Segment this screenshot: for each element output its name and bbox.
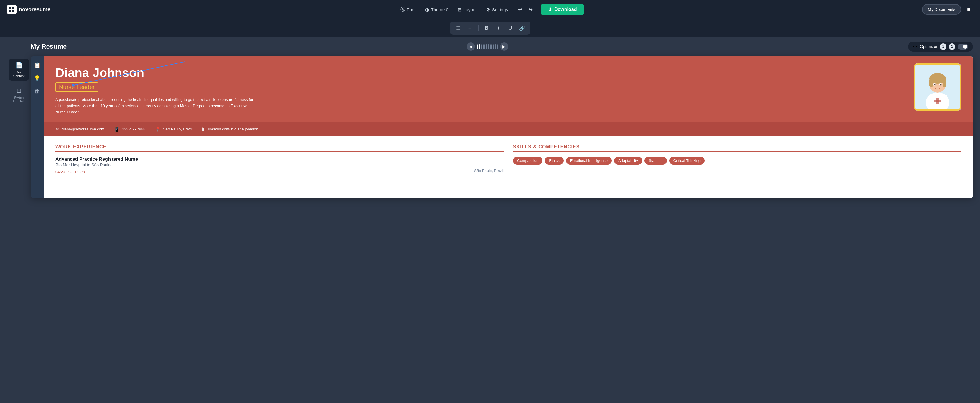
menu-button[interactable]: ≡ [965,5,973,14]
resume-name[interactable]: Diana Johnson [56,66,914,80]
format-bar: ☰ ≡ B I U 🔗 [0,19,980,37]
zoom-tick [493,44,494,49]
zoom-out-button[interactable]: ◀ [467,43,475,51]
lightbulb-button[interactable]: 💡 [32,73,43,83]
bold-button[interactable]: B [482,23,492,33]
contact-email: ✉ diana@novoresume.com [56,126,104,132]
nav-right: My Documents ≡ [922,4,973,15]
toggle-knob [963,45,967,49]
left-sidebar: 📄 My Content ⊞ Switch Template [7,56,31,198]
contact-email-text: diana@novoresume.com [62,127,104,131]
skill-critical-thinking: Critical Thinking [669,157,705,165]
svg-rect-0 [9,7,11,9]
sidebar-item-switch-template[interactable]: ⊞ Switch Template [8,84,29,106]
undo-redo-group: ↩ ↪ [515,4,535,15]
align-center-icon: ≡ [468,25,471,31]
svg-rect-2 [9,10,11,12]
resume-summary[interactable]: A passionate professional about reducing… [56,97,256,122]
contact-phone: 📱 123 456 7888 [114,126,146,132]
zoom-tick [497,44,498,49]
trash-icon: 🗑 [35,88,40,94]
layout-label: Layout [463,7,477,12]
zoom-tick [481,44,482,49]
main-layout: 📄 My Content ⊞ Switch Template 📋 💡 🗑 [7,56,973,198]
font-label: Font [407,7,416,12]
zoom-tick [479,44,480,49]
work-experience-section: WORK EXPERIENCE Advanced Practice Regist… [56,144,504,174]
redo-button[interactable]: ↪ [526,4,535,15]
underline-button[interactable]: U [506,23,515,33]
resume-title-wrapper: Nurse Leader [56,82,98,92]
optimizer-badge-1: 1 [940,43,947,50]
logo-area: novoresume [7,5,51,14]
page-title: My Resume [31,43,67,51]
download-icon: ⬇ [548,7,552,13]
layout-icon: ⊟ [458,7,462,13]
font-button[interactable]: Ⓐ Font [396,4,420,15]
italic-icon: I [498,25,499,31]
zoom-tick [477,44,478,49]
format-bar-inner: ☰ ≡ B I U 🔗 [450,22,530,35]
contact-phone-text: 123 456 7888 [122,127,146,131]
resume-contact-bar: ✉ diana@novoresume.com 📱 123 456 7888 📍 … [44,122,973,136]
contact-location-text: São Paulo, Brazil [163,127,192,131]
optimizer-toggle[interactable] [958,44,968,49]
resume-header-left: Diana Johnson Nurse Leader A passionate … [56,66,914,122]
resume-photo-wrapper [914,64,961,111]
link-icon: 🔗 [519,25,525,31]
my-documents-button[interactable]: My Documents [922,4,961,15]
skill-ethics: Ethics [545,157,563,165]
theme-label: Theme 0 [431,7,449,12]
skills-title: SKILLS & COMPETENCIES [513,144,961,152]
optimizer-area: ⏱ Optimizer 1 1 [908,41,973,52]
contact-linkedin: in linkedin.com/in/diana.johnson [202,127,258,132]
settings-icon: ⚙ [486,7,490,13]
job-date: 04/2012 - Present [56,170,86,174]
nav-center-tools: Ⓐ Font ◑ Theme 0 ⊟ Layout ⚙ Settings ↩ ↪… [396,4,584,15]
resume-title[interactable]: Nurse Leader [56,82,98,92]
optimizer-label: Optimizer [920,44,937,49]
underline-icon: U [509,25,512,31]
zoom-in-button[interactable]: ▶ [500,43,508,51]
zoom-tick [484,44,485,49]
hamburger-icon: ≡ [967,6,970,13]
phone-icon: 📱 [114,126,120,132]
zoom-slider[interactable] [477,44,498,49]
format-divider-1 [478,25,479,31]
align-left-icon: ☰ [456,25,460,31]
settings-label: Settings [492,7,508,12]
italic-button[interactable]: I [494,23,503,33]
zoom-tick [492,44,492,49]
template-tool-icon: 📋 [34,62,40,68]
skill-stamina: Stamina [644,157,667,165]
layout-button[interactable]: ⊟ Layout [454,5,481,15]
document-area: My Resume ◀ ▶ ⏱ Optimizer 1 [0,37,980,203]
delete-button[interactable]: 🗑 [32,86,43,97]
zoom-tick [486,44,487,49]
download-button[interactable]: ⬇ Download [541,4,584,15]
email-icon: ✉ [56,126,59,132]
resume-photo-border [914,64,961,111]
work-experience-title: WORK EXPERIENCE [56,144,504,152]
zoom-tick [483,44,484,49]
bold-icon: B [485,25,488,31]
font-icon: Ⓐ [400,6,405,13]
theme-button[interactable]: ◑ Theme 0 [421,5,453,15]
location-icon: 📍 [155,126,161,132]
job-company[interactable]: Rio Mar Hospital in São Paulo [56,162,504,167]
skill-compassion: Compassion [513,157,542,165]
sidebar-item-my-content[interactable]: 📄 My Content [8,59,29,81]
lightbulb-icon: 💡 [34,75,40,81]
optimizer-badge-2: 1 [949,43,955,50]
align-left-button[interactable]: ☰ [453,23,463,33]
sidebar-item-label: My Content [11,70,27,78]
undo-button[interactable]: ↩ [515,4,525,15]
template-tool-button[interactable]: 📋 [32,60,43,70]
align-center-button[interactable]: ≡ [465,23,475,33]
link-button[interactable]: 🔗 [517,23,527,33]
settings-button[interactable]: ⚙ Settings [482,5,512,15]
switch-template-icon: ⊞ [16,87,22,94]
inner-sidebar: 📋 💡 🗑 [31,56,44,198]
job-title[interactable]: Advanced Practice Registered Nurse [56,157,504,162]
download-label: Download [554,7,577,12]
